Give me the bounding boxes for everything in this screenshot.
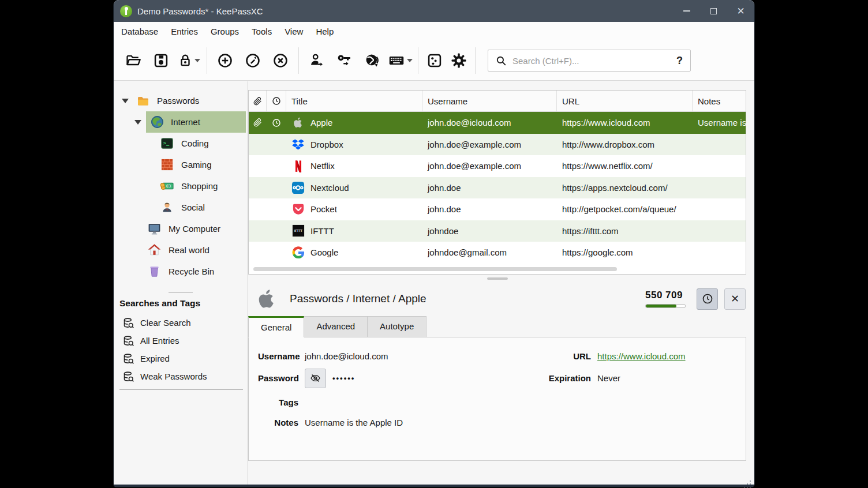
entry-notes xyxy=(693,134,746,156)
expand-arrow-icon[interactable] xyxy=(122,99,129,103)
sidebar-item-real-world[interactable]: Real world xyxy=(114,239,248,261)
notes-column-header[interactable]: Notes xyxy=(693,91,746,111)
sidebar-item-recycle-bin[interactable]: Recycle Bin xyxy=(114,261,248,282)
menu-groups[interactable]: Groups xyxy=(204,23,245,40)
maximize-icon xyxy=(710,8,717,14)
add-entry-button[interactable] xyxy=(211,47,239,74)
url-label: URL xyxy=(519,351,591,361)
sidebar-item-weak-passwords[interactable]: Weak Passwords xyxy=(114,367,248,385)
copy-password-button[interactable] xyxy=(331,47,358,74)
table-row-dropbox[interactable]: Dropbox john.doe@example.com http://www.… xyxy=(249,134,746,156)
database-search-icon xyxy=(123,335,134,347)
title-column-header[interactable]: Title xyxy=(286,91,422,111)
menu-entries[interactable]: Entries xyxy=(164,23,204,40)
search-box: ? xyxy=(488,50,691,72)
entry-notes xyxy=(693,177,746,199)
search-help-icon[interactable]: ? xyxy=(676,55,683,67)
sidebar-item-all-entries[interactable]: All Entries xyxy=(114,332,248,350)
sidebar-item-my-computer[interactable]: My Computer xyxy=(114,218,248,239)
pocket-icon xyxy=(291,202,305,216)
settings-button[interactable] xyxy=(447,47,471,74)
menu-view[interactable]: View xyxy=(278,23,309,40)
attachment-column-header[interactable] xyxy=(249,91,267,111)
toolbar-separator xyxy=(298,47,299,74)
sidebar-item-shopping[interactable]: 0 Shopping xyxy=(114,175,248,197)
search-item-label: All Entries xyxy=(140,336,179,346)
sidebar-section-divider xyxy=(119,389,243,390)
url-link[interactable]: https://www.icloud.com xyxy=(597,351,686,361)
close-button[interactable]: ✕ xyxy=(727,0,754,22)
delete-entry-button[interactable] xyxy=(267,47,294,74)
eye-off-icon xyxy=(310,373,321,384)
copy-username-icon xyxy=(309,52,325,69)
sidebar-item-coding[interactable]: >_ Coding xyxy=(114,133,248,154)
table-row-ifttt[interactable]: IFTTT IFTTT johndoe https://ifttt.com xyxy=(249,220,746,242)
maximize-button[interactable] xyxy=(700,0,727,22)
open-database-button[interactable] xyxy=(119,47,147,74)
table-row-apple[interactable]: Apple john.doe@icloud.com https://www.ic… xyxy=(249,112,746,134)
sidebar-splitter-handle[interactable] xyxy=(169,292,193,293)
paperclip-icon xyxy=(253,118,262,127)
ifttt-icon: IFTTT xyxy=(291,224,305,238)
entry-username: john.doe xyxy=(422,198,557,220)
password-generator-button[interactable] xyxy=(422,47,447,74)
entry-notes xyxy=(693,220,746,242)
table-row-google[interactable]: Google johndoe@gmail.com https://google.… xyxy=(249,242,746,264)
dice-icon xyxy=(426,52,443,69)
group-label: Social xyxy=(181,202,205,212)
expand-arrow-icon[interactable] xyxy=(134,120,141,125)
close-preview-button[interactable]: ✕ xyxy=(724,288,746,310)
entry-title: Pocket xyxy=(310,204,337,214)
table-row-nextcloud[interactable]: Nextcloud john.doe https://apps.nextclou… xyxy=(249,177,746,199)
sidebar-item-gaming[interactable]: Gaming xyxy=(114,154,248,175)
tab-general[interactable]: General xyxy=(248,316,304,337)
entry-url: https://apps.nextcloud.com/ xyxy=(557,177,693,199)
entry-url: https://ifttt.com xyxy=(557,220,693,242)
banknote-icon: 0 xyxy=(160,179,174,193)
sidebar-item-social[interactable]: Social xyxy=(114,197,248,218)
search-item-label: Expired xyxy=(140,354,170,363)
tab-advanced[interactable]: Advanced xyxy=(304,316,368,337)
dropbox-icon xyxy=(291,138,305,151)
panel-splitter-handle[interactable] xyxy=(487,277,508,280)
sidebar-item-internet[interactable]: Internet xyxy=(114,111,248,133)
sidebar-item-passwords[interactable]: Passwords xyxy=(114,90,248,111)
table-row-netflix[interactable]: Netflix john.doe@example.com https://www… xyxy=(249,155,746,177)
menubar: Database Entries Groups Tools View Help xyxy=(114,22,754,41)
tab-autotype[interactable]: Autotype xyxy=(367,316,426,337)
menu-help[interactable]: Help xyxy=(309,23,340,40)
totp-toggle-button[interactable] xyxy=(697,288,718,310)
sidebar-item-clear-search[interactable]: Clear Search xyxy=(114,314,248,332)
lock-databases-button[interactable] xyxy=(175,47,203,74)
bricks-icon xyxy=(160,157,174,172)
person-icon xyxy=(160,200,174,215)
entry-url: https://google.com xyxy=(557,242,693,264)
entry-table-header: Title Username URL Notes xyxy=(249,91,746,112)
entry-title: Nextcloud xyxy=(310,183,349,193)
reveal-password-button[interactable] xyxy=(305,369,326,388)
sidebar-item-expired[interactable]: Expired xyxy=(114,350,248,367)
perform-autotype-button[interactable] xyxy=(386,47,414,74)
username-column-header[interactable]: Username xyxy=(422,91,557,111)
breadcrumb: Passwords / Internet / Apple xyxy=(290,292,426,305)
search-icon xyxy=(496,55,507,66)
table-row-pocket[interactable]: Pocket john.doe http://getpocket.com/a/q… xyxy=(249,198,746,220)
horizontal-scrollbar[interactable] xyxy=(253,267,617,271)
save-database-button[interactable] xyxy=(147,47,175,74)
entry-title: IFTTT xyxy=(310,226,334,236)
menu-database[interactable]: Database xyxy=(115,23,164,40)
minimize-button[interactable] xyxy=(673,0,700,22)
open-url-button[interactable] xyxy=(358,47,386,74)
expires-column-header[interactable] xyxy=(267,91,286,111)
edit-entry-button[interactable] xyxy=(239,47,267,74)
search-input[interactable] xyxy=(512,56,671,66)
resize-grip[interactable] xyxy=(750,481,751,482)
searches-and-tags-header: Searches and Tags xyxy=(114,298,248,309)
group-tree-sidebar: Passwords Internet >_ Coding xyxy=(114,81,248,485)
copy-username-button[interactable] xyxy=(303,47,331,74)
keepassxc-window: Demo Passwords* - KeePassXC ✕ Database E… xyxy=(114,0,754,487)
url-column-header[interactable]: URL xyxy=(557,91,693,111)
menu-tools[interactable]: Tools xyxy=(245,23,278,40)
open-url-icon xyxy=(364,52,380,69)
open-folder-icon xyxy=(125,52,141,69)
